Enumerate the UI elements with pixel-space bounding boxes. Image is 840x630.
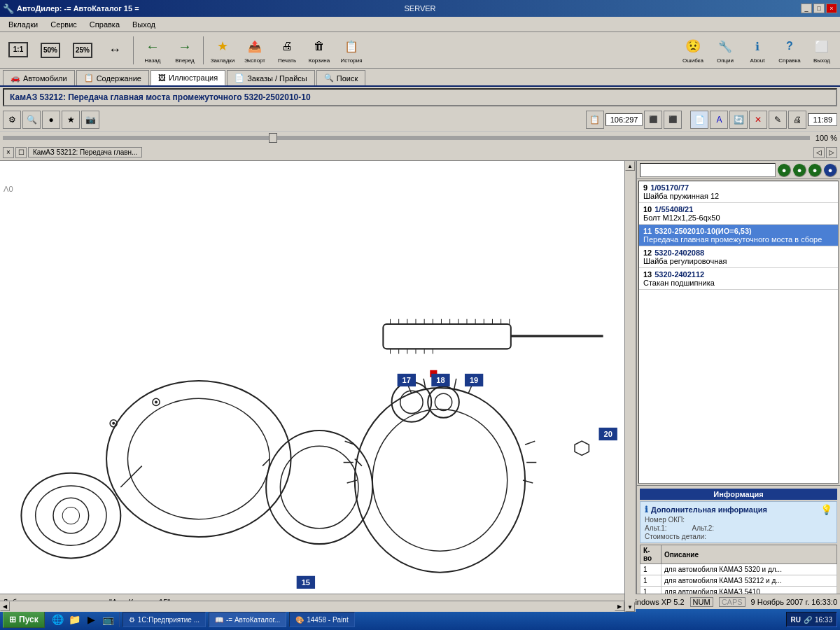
title-bar-left: 🔧 АвтоДилер: -= АвтоКаталог 15 = xyxy=(3,4,139,14)
menu-service[interactable]: Сервис xyxy=(45,19,83,30)
part-row-10[interactable]: 10 1/55408/21 Болт М12х1,25-6qx50 xyxy=(639,203,838,225)
menu-tabs[interactable]: Вкладки xyxy=(3,19,43,30)
toolbar-exit[interactable]: ⬜ Выход xyxy=(806,34,837,66)
svg-rect-0 xyxy=(0,182,624,580)
toolbar-options[interactable]: 🔧 Опции xyxy=(710,34,741,66)
rt-btn-4[interactable]: ✕ xyxy=(749,111,767,129)
tab-search[interactable]: 🔍 Поиск xyxy=(316,70,365,85)
tab-search-icon: 🔍 xyxy=(324,74,334,83)
right-panel: ● ● ● ● 9 1/05170/77 Шайба пружинная 12 … xyxy=(637,161,840,612)
sec-btn-2[interactable]: 🔍 xyxy=(22,111,41,129)
maximize-button[interactable]: □ xyxy=(813,4,825,13)
nav-next[interactable]: ▷ xyxy=(826,147,837,158)
toolbar-forward[interactable]: → Вперед xyxy=(169,34,200,66)
part-row-10-header: 10 1/55408/21 xyxy=(643,205,834,214)
toolbar-about[interactable]: ℹ About xyxy=(742,34,773,66)
tab-check[interactable]: ☐ xyxy=(15,147,27,158)
toolbar-history[interactable]: 📋 История xyxy=(336,34,367,66)
part-desc-9: Шайба пружинная 12 xyxy=(643,192,834,200)
menu-exit[interactable]: Выход xyxy=(127,19,161,30)
taskbar-paint-label: 14458 - Paint xyxy=(307,616,349,624)
close-button[interactable]: × xyxy=(826,4,837,13)
ql-media[interactable]: ▶ xyxy=(84,612,99,627)
sec-btn-4[interactable]: ★ xyxy=(62,111,80,129)
toolbar-export[interactable]: 📤 Экспорт xyxy=(239,34,270,66)
rt-btn-1[interactable]: 📄 xyxy=(690,111,708,129)
toolbar-spravka[interactable]: ? Справка xyxy=(774,34,805,66)
nav-tab[interactable]: КамАЗ 53212: Передача главн... xyxy=(28,147,142,158)
search-green-btn[interactable]: ● xyxy=(777,163,791,177)
taskbar-1c[interactable]: ⚙ 1С:Предприятие ... xyxy=(122,612,206,627)
vert-scrollbar[interactable]: ▲ ▼ xyxy=(624,161,636,612)
part-row-12[interactable]: 12 5320-2402088 Шайба регулировочная xyxy=(639,246,838,268)
horiz-scrollbar[interactable]: ◀ ▶ xyxy=(0,601,624,612)
toolbar-back[interactable]: ← Назад xyxy=(137,34,168,66)
forward-label: Вперед xyxy=(175,57,195,64)
nav-prev[interactable]: ◁ xyxy=(813,147,825,158)
taskbar-paint[interactable]: 🎨 14458 - Paint xyxy=(289,612,355,627)
part-num-10: 10 xyxy=(643,205,652,214)
rt-btn-2[interactable]: A xyxy=(710,111,728,129)
search-green-btn3[interactable]: ● xyxy=(808,163,822,177)
scroll-up[interactable]: ▲ xyxy=(625,161,635,171)
tab-orders-label: Заказы / Прайсы xyxy=(247,74,307,83)
sec-toolbar: ⚙ 🔍 ● ★ 📷 📋 106:297 ⬛ ⬛ 📄 A 🔄 ✕ ✎ 🖨 11:8… xyxy=(0,108,840,132)
zoom-slider[interactable] xyxy=(3,136,810,140)
part-row-11[interactable]: 11 5320-2502010-10(ИО=6,53) Передача гла… xyxy=(639,225,838,246)
print-icon: 🖨 xyxy=(277,36,297,56)
menu-help[interactable]: Справка xyxy=(84,19,125,30)
50pct-icon: 50% xyxy=(41,43,60,58)
sec-nav-btn1[interactable]: ⬛ xyxy=(644,111,662,129)
sec-copy-btn[interactable]: 📋 xyxy=(586,111,604,129)
rt-btn-5[interactable]: ✎ xyxy=(769,111,787,129)
toolbar-bookmarks[interactable]: ★ Закладки xyxy=(207,34,238,66)
table-row[interactable]: 1для автомобиля КАМАЗ 53212 и д... xyxy=(640,575,837,587)
ql-ie[interactable]: 🌐 xyxy=(50,612,66,627)
toolbar-error[interactable]: 😟 Ошибка xyxy=(678,34,708,66)
parts-list[interactable]: 9 1/05170/77 Шайба пружинная 12 10 1/554… xyxy=(638,181,839,484)
start-button[interactable]: ⊞ Пуск xyxy=(3,611,45,628)
taskbar-1c-label: 1С:Предприятие ... xyxy=(138,616,200,624)
taskbar-autocatalog[interactable]: 📖 -= АвтоКаталог... xyxy=(209,612,286,627)
sec-btn-5[interactable]: 📷 xyxy=(81,111,99,129)
tab-search-label: Поиск xyxy=(337,74,358,83)
sec-btn-1[interactable]: ⚙ xyxy=(3,111,21,129)
toolbar-25pct[interactable]: 25% xyxy=(67,34,98,66)
toolbar-print[interactable]: 🖨 Печать xyxy=(272,34,302,66)
ql-folder[interactable]: 📁 xyxy=(67,612,83,627)
info-title-text: Дополнительная информация xyxy=(651,505,767,514)
table-row[interactable]: 1для автомобиля КАМАЗ 5320 и дл... xyxy=(640,564,837,575)
toolbar-1to1[interactable]: 1:1 xyxy=(3,34,34,66)
part-desc-13: Стакан подшипника xyxy=(643,279,834,287)
tab-contents[interactable]: 📋 Содержание xyxy=(76,70,149,85)
zoom-thumb[interactable] xyxy=(269,133,277,143)
toolbar-50pct[interactable]: 50% xyxy=(35,34,66,66)
part-row-9[interactable]: 9 1/05170/77 Шайба пружинная 12 xyxy=(639,181,838,203)
toolbar-fit[interactable]: ↔ xyxy=(99,34,130,66)
scroll-right[interactable]: ▶ xyxy=(615,601,624,611)
scroll-down[interactable]: ▼ xyxy=(625,602,635,612)
search-blue-btn[interactable]: ● xyxy=(823,163,837,177)
about-label: About xyxy=(750,57,765,64)
tab-cars[interactable]: 🚗 Автомобили xyxy=(3,70,75,85)
server-label: SERVER xyxy=(404,4,435,13)
part-row-12-header: 12 5320-2402088 xyxy=(643,248,834,257)
sec-btn-3[interactable]: ● xyxy=(42,111,60,129)
ql-2[interactable]: 📺 xyxy=(101,612,116,627)
part-code-12: 5320-2402088 xyxy=(654,248,704,257)
part-row-13[interactable]: 13 5320-2402112 Стакан подшипника xyxy=(639,268,838,290)
rt-btn-3[interactable]: 🔄 xyxy=(729,111,748,129)
search-green-btn2[interactable]: ● xyxy=(792,163,806,177)
search-input[interactable] xyxy=(640,163,776,177)
rt-btn-6[interactable]: 🖨 xyxy=(788,111,806,129)
scroll-left[interactable]: ◀ xyxy=(0,601,10,611)
tab-illustration[interactable]: 🖼 Иллюстрация xyxy=(150,70,225,85)
sec-nav-btn2[interactable]: ⬛ xyxy=(664,111,682,129)
tab-close-button[interactable]: × xyxy=(3,147,14,158)
info-row-alt: Альт.1: Альт.2: xyxy=(645,524,832,532)
content-title: КамАЗ 53212: Передача главная моста пром… xyxy=(3,88,837,106)
part-desc-11: Передача главная промежуточного моста в … xyxy=(643,235,834,244)
minimize-button[interactable]: _ xyxy=(801,4,812,13)
tab-orders[interactable]: 📄 Заказы / Прайсы xyxy=(227,70,315,85)
toolbar-basket[interactable]: 🗑 Корзина xyxy=(304,34,335,66)
